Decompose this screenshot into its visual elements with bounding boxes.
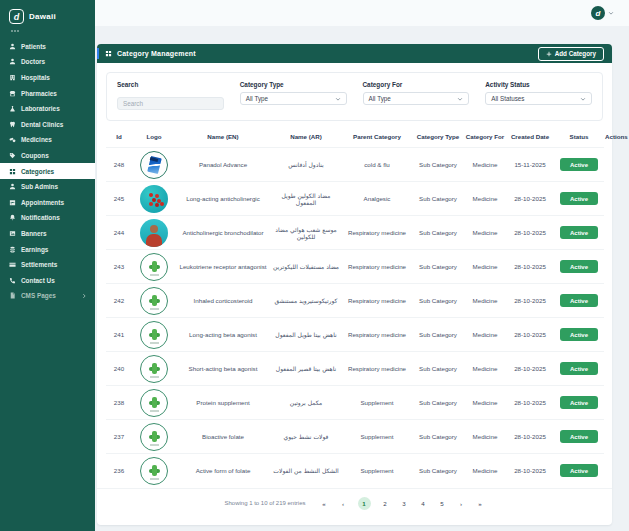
page-button[interactable]: › [457, 497, 466, 510]
category-logo [140, 457, 168, 485]
sidebar-item-settlements[interactable]: Settlements [0, 257, 95, 273]
cell-category-type: Sub Category [412, 386, 464, 420]
table-row: 245 Long-acting anticholinergic مضاد الك… [106, 182, 604, 216]
brand-name: Dawaii [29, 12, 56, 21]
sidebar-item-banners[interactable]: Banners [0, 226, 95, 242]
sidebar-item-laboratories[interactable]: Laboratories [0, 101, 95, 117]
filter-search: Search [117, 81, 224, 110]
category-logo [140, 321, 168, 349]
sidebar-item-doctors[interactable]: Doctors [0, 54, 95, 70]
cell-name-en: Protein supplement [176, 386, 270, 420]
table-row: 241 Long-acting beta agonist ناهض بيتا ط… [106, 318, 604, 352]
cell-parent-category: Supplement [342, 420, 412, 454]
status-badge[interactable]: Active [560, 192, 598, 205]
sidebar-item-notifications[interactable]: Notifications [0, 210, 95, 226]
search-input[interactable] [117, 97, 224, 110]
person-icon [8, 42, 16, 50]
status-badge[interactable]: Active [560, 396, 598, 409]
column-header: Id [106, 128, 132, 148]
cell-created-date: 28-10-2025 [506, 454, 554, 488]
table-row: 237 Bioactive folate فولات نشط حيوي Supp… [106, 420, 604, 454]
sidebar-item-cms-pages[interactable]: CMS Pages [0, 288, 95, 304]
column-header: Category For [464, 128, 506, 148]
user-avatar[interactable]: d [591, 6, 605, 20]
cell-logo [132, 148, 176, 182]
sidebar-item-coupons[interactable]: Coupons [0, 148, 95, 164]
cell-category-type: Sub Category [412, 250, 464, 284]
categories-table: IdLogoName (EN)Name (AR)Parent CategoryC… [97, 128, 612, 488]
filter-category-type: Category Type All Type [240, 81, 347, 110]
file-icon [8, 292, 16, 300]
activity-status-select[interactable]: All Statuses [485, 92, 592, 105]
category-for-select[interactable]: All Type [363, 92, 470, 105]
card-header: Category Management Add Category [97, 44, 612, 63]
cell-logo [132, 454, 176, 488]
cell-created-date: 28-10-2025 [506, 420, 554, 454]
sidebar-item-contact-us[interactable]: Contact Us [0, 273, 95, 289]
column-header: Name (EN) [176, 128, 270, 148]
status-badge[interactable]: Active [560, 328, 598, 341]
page-button[interactable]: 2 [381, 497, 390, 510]
flask-icon [8, 105, 16, 113]
category-type-select[interactable]: All Type [240, 92, 347, 105]
sidebar-item-medicines[interactable]: Medicines [0, 132, 95, 148]
column-header: Created Date [506, 128, 554, 148]
coins-icon [8, 245, 16, 253]
page-button[interactable]: 4 [419, 497, 428, 510]
status-badge[interactable]: Active [560, 430, 598, 443]
status-badge[interactable]: Active [560, 226, 598, 239]
chevron-down-icon[interactable] [608, 10, 614, 16]
cell-created-date: 28-10-2025 [506, 386, 554, 420]
category-for-label: Category For [363, 81, 470, 88]
sidebar: d Dawaii Patients Doctors Hospitals Phar… [0, 0, 95, 531]
cell-name-ar: موسع شعب هوائي مضاد للكولين [270, 216, 342, 250]
cell-name-en: Long-acting beta agonist [176, 318, 270, 352]
category-type-label: Category Type [240, 81, 347, 88]
page-button[interactable]: 5 [438, 497, 447, 510]
table-row: 243 Leukotriene receptor antagonist مضاد… [106, 250, 604, 284]
cell-category-type: Sub Category [412, 318, 464, 352]
category-logo [140, 253, 168, 281]
page-button[interactable]: » [476, 497, 485, 510]
page-button[interactable]: « [320, 497, 329, 510]
category-logo [140, 423, 168, 451]
cell-created-date: 28-10-2025 [506, 318, 554, 352]
sidebar-item-earnings[interactable]: Earnings [0, 241, 95, 257]
status-badge[interactable]: Active [560, 464, 598, 477]
add-category-button[interactable]: Add Category [538, 47, 604, 61]
cell-logo [132, 182, 176, 216]
building-icon [8, 74, 16, 82]
sidebar-item-label: Earnings [21, 246, 48, 253]
cell-name-en: Inhaled corticosteroid [176, 284, 270, 318]
status-badge[interactable]: Active [560, 362, 598, 375]
cell-parent-category: Supplement [342, 454, 412, 488]
cell-name-en: Short-acting beta agonist [176, 352, 270, 386]
sidebar-item-label: Doctors [21, 58, 45, 65]
sidebar-item-categories[interactable]: Categories [0, 163, 95, 179]
cell-created-date: 28-10-2025 [506, 250, 554, 284]
sidebar-item-sub-admins[interactable]: Sub Admins [0, 179, 95, 195]
sidebar-item-patients[interactable]: Patients [0, 39, 95, 55]
category-for-value: All Type [369, 95, 391, 102]
page-button[interactable]: 1 [358, 497, 371, 510]
sidebar-item-dental-clinics[interactable]: Dental Clinics [0, 117, 95, 133]
category-type-value: All Type [246, 95, 268, 102]
page-button[interactable]: 3 [400, 497, 409, 510]
page-button[interactable]: ‹ [339, 497, 348, 510]
phone-icon [8, 276, 16, 284]
status-badge[interactable]: Active [560, 294, 598, 307]
search-label: Search [117, 81, 224, 88]
sidebar-item-appointments[interactable]: Appointments [0, 195, 95, 211]
cell-logo [132, 216, 176, 250]
grid-icon [8, 167, 16, 175]
sidebar-item-pharmacies[interactable]: Pharmacies [0, 85, 95, 101]
category-logo [140, 185, 168, 213]
status-badge[interactable]: Active [560, 158, 598, 171]
status-badge[interactable]: Active [560, 260, 598, 273]
sidebar-item-hospitals[interactable]: Hospitals [0, 70, 95, 86]
table-row: 242 Inhaled corticosteroid كورتيكوستيروي… [106, 284, 604, 318]
cell-name-en: Long-acting anticholinergic [176, 182, 270, 216]
grid-icon [105, 50, 112, 57]
cell-id: 240 [106, 352, 132, 386]
sidebar-item-label: Sub Admins [21, 183, 58, 190]
